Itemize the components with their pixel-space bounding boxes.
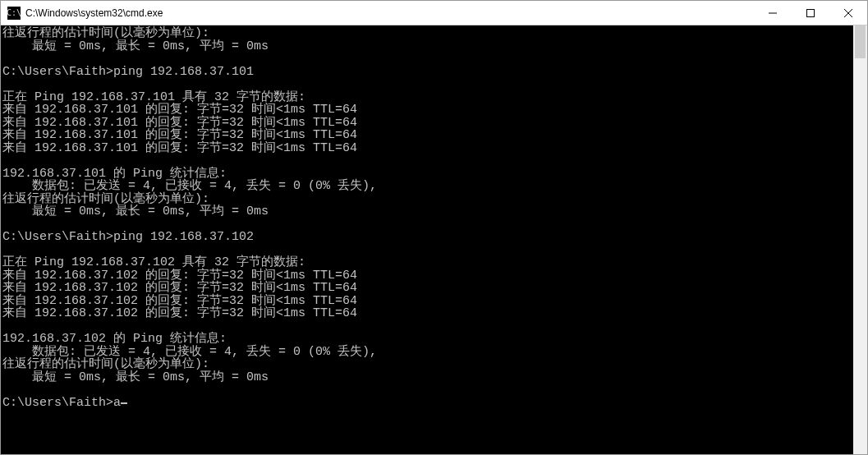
text-cursor xyxy=(121,402,127,404)
close-button[interactable] xyxy=(829,1,867,25)
window-title: C:\Windows\system32\cmd.exe xyxy=(25,7,163,19)
minimize-button[interactable] xyxy=(754,1,792,25)
vertical-scrollbar[interactable] xyxy=(853,25,867,454)
window-titlebar: C:\ C:\Windows\system32\cmd.exe xyxy=(1,1,867,25)
scrollbar-track[interactable] xyxy=(853,25,867,454)
maximize-button[interactable] xyxy=(792,1,829,25)
scrollbar-thumb[interactable] xyxy=(855,25,866,58)
terminal-output[interactable]: 往返行程的估计时间(以毫秒为单位): 最短 = 0ms, 最长 = 0ms, 平… xyxy=(1,25,853,454)
terminal-area: 往返行程的估计时间(以毫秒为单位): 最短 = 0ms, 最长 = 0ms, 平… xyxy=(1,25,867,454)
svg-rect-1 xyxy=(807,9,815,16)
cmd-icon: C:\ xyxy=(7,7,21,20)
